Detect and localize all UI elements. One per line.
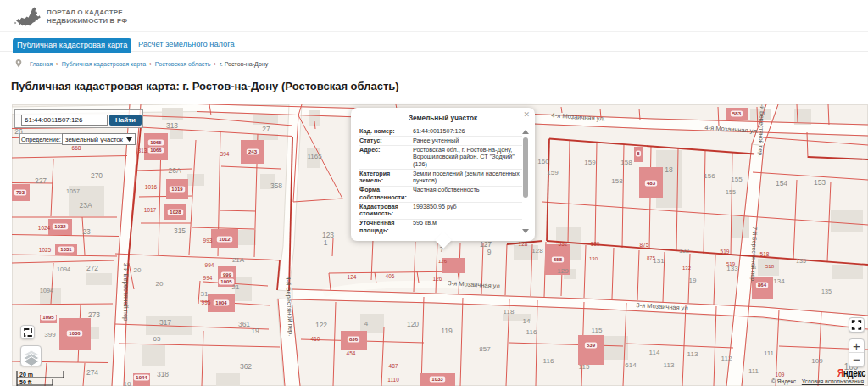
svg-text:1032: 1032 <box>54 224 66 229</box>
svg-text:3-й Берестяной пер.: 3-й Берестяной пер. <box>122 263 130 323</box>
svg-text:1016: 1016 <box>145 184 158 190</box>
svg-text:1028: 1028 <box>170 210 181 215</box>
svg-text:1066: 1066 <box>150 148 162 153</box>
svg-text:483: 483 <box>647 181 656 186</box>
svg-text:668: 668 <box>72 145 81 151</box>
svg-text:19: 19 <box>689 277 697 284</box>
svg-text:614: 614 <box>625 361 637 369</box>
svg-text:115: 115 <box>579 363 590 371</box>
svg-text:116: 116 <box>526 328 537 336</box>
svg-text:1: 1 <box>324 238 328 247</box>
svg-text:129: 129 <box>557 267 569 275</box>
svg-text:361: 361 <box>238 320 250 328</box>
svg-text:994: 994 <box>203 275 213 281</box>
svg-text:703: 703 <box>16 190 25 195</box>
svg-text:132: 132 <box>679 247 689 255</box>
svg-text:583: 583 <box>732 111 742 116</box>
svg-text:27: 27 <box>262 125 270 133</box>
svg-text:159: 159 <box>584 159 596 166</box>
svg-text:113: 113 <box>664 361 675 369</box>
svg-text:153: 153 <box>814 178 826 187</box>
svg-text:126: 126 <box>438 259 448 264</box>
svg-text:1033: 1033 <box>431 377 443 382</box>
svg-text:65: 65 <box>153 335 161 343</box>
svg-text:317: 317 <box>159 318 171 327</box>
svg-text:394: 394 <box>220 151 230 157</box>
svg-text:21: 21 <box>232 283 240 291</box>
svg-text:23: 23 <box>82 227 91 236</box>
svg-text:519: 519 <box>721 249 730 255</box>
svg-text:518: 518 <box>765 264 775 269</box>
svg-text:875: 875 <box>647 255 656 260</box>
svg-text:20: 20 <box>134 266 142 274</box>
svg-text:864: 864 <box>758 283 767 288</box>
svg-text:318: 318 <box>157 370 169 378</box>
svg-text:227: 227 <box>35 176 47 185</box>
svg-text:23A: 23A <box>79 201 92 210</box>
svg-text:158: 158 <box>611 177 623 185</box>
svg-text:31: 31 <box>201 290 209 298</box>
svg-text:273: 273 <box>88 310 100 319</box>
svg-text:155: 155 <box>726 188 736 196</box>
svg-text:26A: 26A <box>168 166 181 175</box>
svg-text:112: 112 <box>721 355 732 362</box>
svg-text:124: 124 <box>348 274 357 280</box>
svg-text:313: 313 <box>138 148 147 154</box>
svg-text:362: 362 <box>240 362 252 371</box>
svg-text:552: 552 <box>559 241 568 247</box>
svg-text:109: 109 <box>811 357 823 365</box>
svg-text:21А: 21А <box>232 256 245 264</box>
svg-text:122: 122 <box>315 321 327 329</box>
svg-text:995: 995 <box>202 299 211 305</box>
svg-text:1165: 1165 <box>307 153 322 160</box>
svg-text:1036: 1036 <box>69 331 81 336</box>
svg-text:50 ft: 50 ft <box>19 379 32 385</box>
svg-text:272: 272 <box>86 264 98 272</box>
svg-text:20: 20 <box>156 280 164 288</box>
svg-text:518: 518 <box>760 251 770 257</box>
svg-text:20 m: 20 m <box>19 372 33 378</box>
svg-text:1094: 1094 <box>57 266 70 273</box>
svg-text:156: 156 <box>704 172 715 180</box>
svg-text:118: 118 <box>504 308 515 316</box>
svg-text:154: 154 <box>776 179 787 187</box>
svg-text:875: 875 <box>640 242 649 248</box>
svg-text:4: 4 <box>364 320 369 327</box>
svg-text:358: 358 <box>270 182 282 190</box>
svg-text:126: 126 <box>433 276 442 282</box>
svg-text:128: 128 <box>531 247 543 255</box>
svg-text:1057: 1057 <box>66 187 80 195</box>
svg-text:130: 130 <box>589 256 598 261</box>
svg-text:658: 658 <box>554 257 563 262</box>
svg-text:1012: 1012 <box>219 237 231 242</box>
svg-text:115: 115 <box>592 327 603 334</box>
svg-text:274: 274 <box>86 368 98 377</box>
svg-text:1004: 1004 <box>215 300 227 305</box>
svg-text:14: 14 <box>523 317 531 325</box>
svg-text:134: 134 <box>773 277 785 285</box>
svg-text:1031: 1031 <box>60 247 72 252</box>
svg-text:1044: 1044 <box>136 375 147 380</box>
svg-text:315: 315 <box>174 227 186 235</box>
svg-text:111: 111 <box>764 350 775 357</box>
svg-text:19: 19 <box>251 327 259 335</box>
svg-text:119: 119 <box>441 327 453 335</box>
svg-text:857: 857 <box>479 345 491 353</box>
svg-text:159: 159 <box>547 169 559 176</box>
svg-text:993: 993 <box>203 238 213 243</box>
svg-text:1110: 1110 <box>387 377 399 383</box>
svg-text:111: 111 <box>748 367 760 375</box>
svg-text:18: 18 <box>665 165 673 174</box>
svg-text:114: 114 <box>649 349 660 356</box>
svg-text:1094: 1094 <box>40 287 53 294</box>
svg-text:9: 9 <box>487 248 492 256</box>
svg-text:994: 994 <box>205 262 214 268</box>
svg-text:313: 313 <box>166 121 178 130</box>
svg-text:454: 454 <box>347 350 356 356</box>
svg-text:113: 113 <box>687 350 698 358</box>
svg-text:155: 155 <box>731 176 743 183</box>
svg-text:116: 116 <box>543 357 554 365</box>
svg-text:1024: 1024 <box>38 225 51 231</box>
svg-text:487: 487 <box>389 363 398 369</box>
svg-text:109: 109 <box>776 372 785 378</box>
